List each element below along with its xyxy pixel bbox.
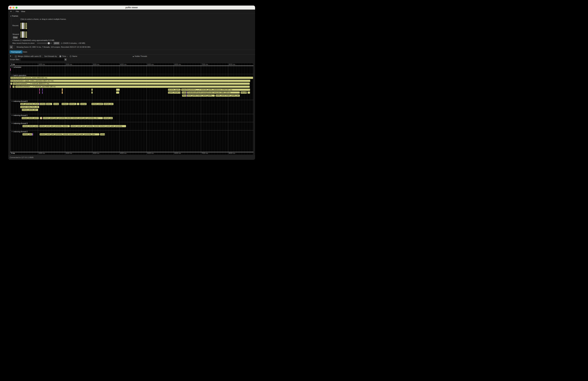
scope-bar[interactable]: Word bbox=[182, 94, 187, 97]
scope-bar[interactable]: WordPr bbox=[240, 91, 247, 94]
scope-bar[interactable]: extra bbox=[46, 103, 52, 105]
chevron-down-icon: ▼ bbox=[11, 75, 13, 76]
chevron-down-icon: ▼ bbox=[11, 131, 13, 132]
scope-bar[interactable]: Trans bbox=[12, 85, 15, 88]
scope-bar[interactable] bbox=[40, 117, 42, 119]
scope-bar[interactable]: extract_word_pair_proximity_docids bbox=[39, 125, 70, 127]
scope-bar[interactable]: extrac bbox=[53, 103, 59, 105]
scope-bar[interactable]: extract_doc bbox=[22, 133, 32, 136]
scope-bar[interactable]: word_prefix::index_word_prefix_ bbox=[187, 94, 215, 97]
visible-threads-header[interactable]: ▶ Visible Threads bbox=[133, 55, 147, 57]
scope-bar[interactable]: extract bbox=[80, 103, 87, 105]
scope-bar[interactable] bbox=[247, 91, 250, 94]
purple-marker-bar[interactable] bbox=[32, 133, 33, 136]
frame-bar[interactable] bbox=[24, 31, 25, 38]
scope-bar[interactable]: extract_word bbox=[91, 103, 103, 105]
title-bar[interactable]: puffin viewer bbox=[8, 5, 255, 10]
tick-label: 5000 ms bbox=[147, 63, 154, 65]
clear-filter-button[interactable]: x bbox=[64, 58, 67, 61]
scope-bar[interactable]: split_grenad_by_chun bbox=[20, 103, 39, 105]
flamegraph-panel[interactable]: 0 ms0 ms1000 ms1000 ms2000 ms2000 ms3000… bbox=[10, 63, 253, 155]
separator bbox=[14, 45, 15, 49]
merge-children-checkbox[interactable] bbox=[15, 55, 17, 58]
menu-view[interactable]: View bbox=[21, 10, 25, 13]
play-icon: ▶ bbox=[11, 46, 12, 48]
menu-file[interactable]: File bbox=[16, 10, 19, 13]
frame-bar[interactable] bbox=[21, 23, 22, 29]
separator bbox=[12, 55, 12, 58]
tan-marker-bar[interactable] bbox=[62, 88, 63, 91]
scope-bar[interactable]: IndexScheduler>::apply_index_operation 8… bbox=[10, 80, 250, 82]
slowest-frames-thumbnail[interactable] bbox=[20, 30, 27, 39]
frame-bar-selected[interactable] bbox=[22, 31, 23, 38]
scope-bar[interactable]: extract_word_pair_proximity_docids::extr… bbox=[43, 117, 103, 119]
tick-label: 0 ms bbox=[11, 152, 15, 154]
thread-header[interactable]: ▼indexing-thread:0 bbox=[11, 100, 28, 103]
tab-flamegraph[interactable]: Flamegraph bbox=[10, 50, 22, 54]
scope-bar[interactable]: extract_word_pair_proximity_docids::extr… bbox=[40, 133, 100, 136]
thread-header[interactable]: ▼scheduler bbox=[11, 66, 22, 68]
frame-bar[interactable] bbox=[26, 31, 27, 38]
purple-marker-bar[interactable] bbox=[42, 88, 43, 91]
scope-bar[interactable]: IndexDocuments<_, _>::execute_prefix_dat… bbox=[181, 88, 250, 91]
play-button[interactable]: ▶ bbox=[10, 45, 13, 49]
scope-bar[interactable]: extract_wo bbox=[103, 103, 114, 105]
scope-bar[interactable] bbox=[91, 91, 93, 94]
chevron-down-icon: ▼ bbox=[11, 115, 13, 116]
frame-bar[interactable] bbox=[21, 31, 22, 38]
max-frames-slider-knob[interactable] bbox=[47, 42, 50, 45]
tab-stats[interactable]: Stats bbox=[21, 50, 28, 54]
thread-header[interactable]: ▼batch-operation bbox=[11, 74, 27, 77]
scope-bar[interactable]: index bbox=[182, 91, 187, 94]
scope-bar[interactable]: receive_typed_ bbox=[168, 88, 181, 91]
frames-collapse-header[interactable]: ▼ Frames bbox=[10, 15, 18, 17]
scope-bar[interactable]: extrac bbox=[100, 133, 105, 136]
scope-bar[interactable]: extract_docid_word bbox=[21, 117, 39, 119]
scope-bar[interactable] bbox=[116, 88, 120, 91]
thread-header[interactable]: ▼indexing-thread:2 bbox=[11, 130, 28, 133]
sort-time-radio[interactable] bbox=[59, 55, 62, 57]
pink-marker-bar[interactable] bbox=[39, 88, 40, 91]
scope-bar[interactable]: IndexDocuments<_, _>::execute 8656.677 m… bbox=[12, 83, 250, 85]
clear-button[interactable]: Clear bbox=[13, 36, 18, 39]
frame-bar-selected[interactable] bbox=[22, 23, 23, 29]
salmon-marker-bar[interactable] bbox=[10, 85, 11, 88]
scope-bar[interactable]: extract_wo bbox=[103, 117, 113, 119]
thread-header[interactable]: ▼indexing-thread:1 bbox=[11, 114, 28, 117]
scope-bar[interactable] bbox=[77, 103, 80, 105]
sort-name-radio[interactable] bbox=[69, 55, 72, 57]
sort-threads-label: Sort threads by: bbox=[44, 55, 57, 57]
tan-marker-bar[interactable] bbox=[62, 91, 63, 94]
purple-marker-bar[interactable] bbox=[42, 91, 43, 94]
scope-bar[interactable] bbox=[91, 88, 93, 91]
section-separator bbox=[10, 114, 253, 114]
scope-bar[interactable]: extract_ bbox=[62, 103, 69, 105]
chevron-down-icon: ▼ bbox=[10, 15, 11, 17]
scope-bar[interactable]: extract_docid_wor bbox=[22, 109, 39, 111]
scope-bar[interactable]: extract_docid_word bbox=[22, 125, 39, 127]
pink-marker-bar[interactable] bbox=[10, 68, 11, 71]
help-button[interactable]: ? bbox=[10, 55, 11, 57]
salmon-marker-bar[interactable] bbox=[41, 117, 42, 119]
scope-bar[interactable]: extract_word_pair_proximity_docids::extr… bbox=[70, 125, 126, 127]
pink-marker-bar[interactable] bbox=[39, 91, 40, 94]
scope-bar[interactable]: extract::data_from_ob bbox=[20, 106, 39, 108]
scope-bar[interactable]: extract_ bbox=[69, 103, 77, 105]
thread-header[interactable]: ▼indexing-thread:3 bbox=[11, 122, 28, 125]
sort-direction-arrow-icon[interactable]: ↓ bbox=[67, 55, 68, 57]
scope-bar[interactable]: extract bbox=[40, 103, 46, 105]
recent-frames-thumbnail[interactable] bbox=[20, 22, 27, 30]
frame-bar[interactable] bbox=[26, 23, 27, 29]
scope-bar[interactable]: prefix_word::index_prefix_wo bbox=[215, 94, 240, 97]
scope-bar[interactable]: IndexDocuments<_, _>::execute_raw 8459.1… bbox=[15, 85, 250, 88]
scope-bar[interactable] bbox=[116, 91, 119, 94]
scope-bar[interactable]: typed_chunk::w bbox=[168, 91, 181, 94]
frame-bar[interactable] bbox=[24, 23, 25, 29]
scope-bar[interactable]: IndexScheduler>::process_batch 8953.821 … bbox=[10, 77, 253, 79]
scope-bar[interactable] bbox=[10, 83, 12, 85]
scope-bar[interactable]: PrefixWordPairsProximityDocids::execute … bbox=[187, 91, 240, 94]
scope-filter-input[interactable] bbox=[21, 58, 65, 61]
max-frames-value[interactable]: 18000 bbox=[53, 42, 60, 45]
tick-label: 2000 ms bbox=[65, 63, 72, 65]
theme-sun-icon[interactable]: ☀ bbox=[10, 10, 12, 13]
